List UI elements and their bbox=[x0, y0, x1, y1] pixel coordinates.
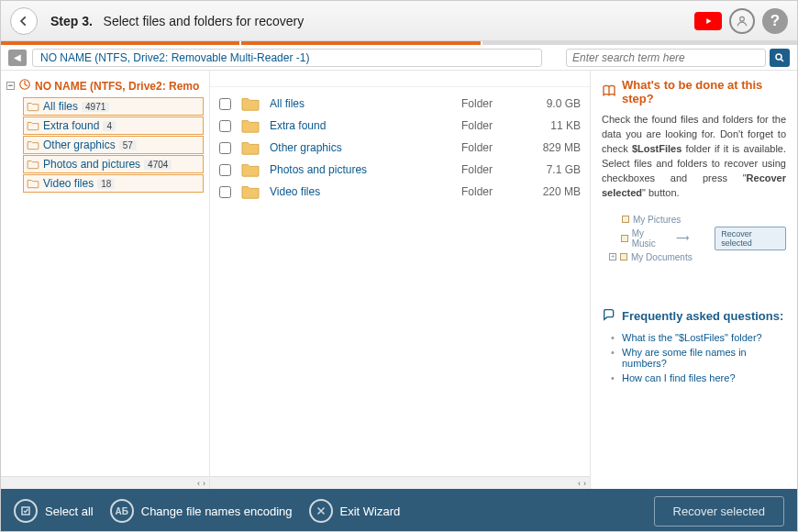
help-text: Check the found files and folders for th… bbox=[602, 113, 786, 201]
back-button[interactable] bbox=[10, 7, 38, 35]
disk-icon bbox=[18, 78, 31, 94]
row-type: Folder bbox=[461, 141, 516, 154]
folder-icon bbox=[27, 120, 39, 131]
main-area: − NO NAME (NTFS, Drive2: Remo All files … bbox=[1, 71, 797, 489]
tree-item-label: Photos and pictures bbox=[43, 158, 140, 171]
row-name: All files bbox=[270, 97, 452, 110]
svg-point-0 bbox=[740, 17, 745, 21]
faq-link[interactable]: What is the "$LostFiles" folder? bbox=[622, 332, 762, 343]
tree-item-label: Video files bbox=[43, 177, 94, 190]
tree-item-count: 4 bbox=[103, 121, 116, 131]
faq-item[interactable]: Why are some file names in numbers? bbox=[611, 345, 786, 371]
tree-panel: − NO NAME (NTFS, Drive2: Remo All files … bbox=[1, 71, 210, 489]
folder-icon bbox=[27, 139, 39, 150]
file-row[interactable]: Extra foundFolder11 KB bbox=[210, 115, 590, 137]
select-all-icon bbox=[14, 499, 38, 523]
folder-icon bbox=[27, 101, 39, 112]
tree-scrollbar[interactable]: ‹› bbox=[1, 476, 209, 489]
step-number: Step 3. bbox=[50, 14, 93, 28]
folder-icon bbox=[240, 117, 260, 134]
row-type: Folder bbox=[461, 163, 516, 176]
row-size: 220 MB bbox=[526, 185, 581, 198]
row-size: 9.0 GB bbox=[526, 97, 581, 110]
row-checkbox[interactable] bbox=[219, 120, 231, 132]
tree-item[interactable]: Other graphics 57 bbox=[23, 136, 204, 154]
select-all-button[interactable]: Select all bbox=[14, 499, 94, 523]
file-row[interactable]: Photos and picturesFolder7.1 GB bbox=[210, 159, 590, 181]
path-display[interactable]: NO NAME (NTFS, Drive2: Removable Multi-R… bbox=[32, 49, 542, 67]
tree-item-label: Other graphics bbox=[43, 139, 116, 151]
svg-point-1 bbox=[776, 54, 781, 60]
row-size: 11 KB bbox=[526, 119, 581, 132]
header-bar: Step 3. Select files and folders for rec… bbox=[1, 1, 797, 41]
chat-icon bbox=[602, 307, 616, 325]
tree-item-count: 57 bbox=[119, 140, 137, 150]
row-name: Extra found bbox=[270, 119, 452, 132]
recover-selected-button[interactable]: Recover selected bbox=[654, 496, 784, 526]
column-header[interactable] bbox=[210, 71, 590, 87]
folder-icon bbox=[240, 95, 260, 112]
tree-item-count: 18 bbox=[97, 179, 115, 189]
file-list-panel: All filesFolder9.0 GBExtra foundFolder11… bbox=[210, 71, 591, 489]
book-icon bbox=[602, 83, 616, 101]
path-back-button[interactable]: ◀ bbox=[8, 50, 27, 66]
row-type: Folder bbox=[461, 119, 516, 132]
row-name: Other graphics bbox=[270, 141, 452, 154]
step-title: Step 3. Select files and folders for rec… bbox=[50, 14, 304, 28]
search-button[interactable] bbox=[770, 49, 790, 67]
faq-link[interactable]: Why are some file names in numbers? bbox=[622, 347, 747, 369]
step-progress bbox=[1, 41, 797, 45]
faq-link[interactable]: How can I find files here? bbox=[622, 372, 736, 383]
tree-item[interactable]: Photos and pictures 4704 bbox=[23, 155, 204, 173]
row-checkbox[interactable] bbox=[219, 142, 231, 154]
account-icon[interactable] bbox=[729, 8, 755, 34]
row-name: Photos and pictures bbox=[270, 163, 452, 176]
encoding-icon: AБ bbox=[110, 499, 134, 523]
file-row[interactable]: Video filesFolder220 MB bbox=[210, 181, 590, 203]
tree-root-label: NO NAME (NTFS, Drive2: Remo bbox=[35, 80, 199, 93]
row-checkbox[interactable] bbox=[219, 164, 231, 176]
folder-icon bbox=[27, 178, 39, 189]
folder-icon bbox=[27, 159, 39, 170]
exit-wizard-button[interactable]: Exit Wizard bbox=[309, 499, 401, 523]
search-input[interactable] bbox=[566, 49, 766, 67]
tree-item-label: All files bbox=[43, 100, 78, 113]
file-row[interactable]: All filesFolder9.0 GB bbox=[210, 93, 590, 115]
help-icon[interactable]: ? bbox=[762, 8, 788, 34]
row-checkbox[interactable] bbox=[219, 98, 231, 110]
row-size: 7.1 GB bbox=[526, 163, 581, 176]
file-row[interactable]: Other graphicsFolder829 MB bbox=[210, 137, 590, 159]
faq-title: Frequently asked questions: bbox=[602, 307, 786, 325]
tree-item-count: 4704 bbox=[144, 160, 172, 170]
step-description: Select files and folders for recovery bbox=[104, 14, 305, 28]
list-scrollbar[interactable]: ‹› bbox=[210, 476, 590, 489]
close-icon bbox=[309, 499, 333, 523]
tree-item[interactable]: All files 4971 bbox=[23, 97, 204, 116]
tree-item-label: Extra found bbox=[43, 119, 99, 132]
faq-section: Frequently asked questions: What is the … bbox=[602, 307, 786, 385]
tree-item[interactable]: Video files 18 bbox=[23, 174, 204, 193]
row-type: Folder bbox=[461, 185, 516, 198]
folder-icon bbox=[240, 183, 260, 200]
tree-item-count: 4971 bbox=[82, 102, 109, 112]
tree-root[interactable]: − NO NAME (NTFS, Drive2: Remo bbox=[6, 76, 204, 95]
help-panel: What's to be done at this step? Check th… bbox=[591, 71, 797, 489]
row-type: Folder bbox=[461, 97, 516, 110]
faq-item[interactable]: How can I find files here? bbox=[611, 371, 786, 385]
folder-icon bbox=[240, 161, 260, 178]
encoding-button[interactable]: AБ Change file names encoding bbox=[110, 499, 293, 523]
youtube-icon[interactable] bbox=[694, 12, 722, 30]
row-name: Video files bbox=[270, 185, 452, 198]
tree-item[interactable]: Extra found 4 bbox=[23, 116, 204, 135]
path-bar: ◀ NO NAME (NTFS, Drive2: Removable Multi… bbox=[1, 45, 797, 71]
collapse-icon[interactable]: − bbox=[6, 82, 15, 90]
faq-item[interactable]: What is the "$LostFiles" folder? bbox=[611, 330, 786, 345]
folder-icon bbox=[240, 139, 260, 156]
row-size: 829 MB bbox=[526, 141, 581, 154]
row-checkbox[interactable] bbox=[219, 186, 231, 198]
help-title: What's to be done at this step? bbox=[602, 78, 786, 105]
footer-bar: Select all AБ Change file names encoding… bbox=[1, 489, 797, 532]
help-illustration: My Pictures My Music⟶Recover selected +M… bbox=[609, 214, 786, 263]
